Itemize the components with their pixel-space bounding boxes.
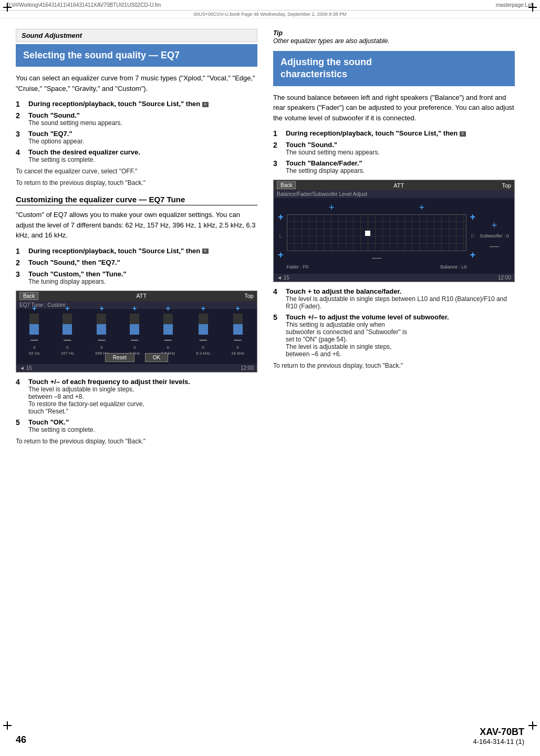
eq-plus-63khz[interactable]: + xyxy=(201,304,205,313)
step-2: 2 Touch "Sound." The sound setting menu … xyxy=(16,111,257,127)
balance-label-row: Balance/Fader/Subwoofer Level Adjust xyxy=(274,190,514,198)
eq-plus-25khz[interactable]: + xyxy=(166,304,170,313)
r-label: R xyxy=(471,233,474,239)
right-step-4-desc: The level is adjustable in single steps … xyxy=(286,295,515,310)
balance-grid xyxy=(287,214,467,251)
source-list-icon: ≡ xyxy=(202,102,209,107)
file-path: D:\##Working\416431411\416431411XAV70BTU… xyxy=(6,2,161,8)
eq-ok-button[interactable]: OK xyxy=(145,353,168,362)
tune-step-2: 2 Touch "Sound," then "EQ7." xyxy=(16,258,257,267)
eq-bar-157hz xyxy=(63,314,72,335)
right-step-4: 4 Touch + to adjust the balance/fader. T… xyxy=(273,287,515,310)
step-4-desc: The setting is complete. xyxy=(28,156,257,163)
eq-minus-1khz[interactable]: — xyxy=(131,336,138,344)
eq-band-396hz: + — 0 396 Hz xyxy=(95,304,108,356)
balance-status-bar: ◄ 15 12:00 xyxy=(274,274,514,282)
back-note-1: To return to the previous display, touch… xyxy=(16,179,257,187)
eq-top-bar: Back ATT Top xyxy=(16,291,257,301)
eq-bar-1khz xyxy=(130,314,139,335)
eq-plus-396hz[interactable]: + xyxy=(99,304,103,313)
tune-step-5-title: Touch "OK." xyxy=(28,418,257,426)
step-2-desc: The sound setting menu appears. xyxy=(28,119,257,127)
balance-status-right: 12:00 xyxy=(498,275,511,281)
eq-minus-396hz[interactable]: — xyxy=(98,336,105,344)
eq-band-25khz: + — 0 2.5 kHz xyxy=(161,304,175,356)
model-code: 4-164-314-11 (1) xyxy=(473,738,524,745)
reg-mark-tr xyxy=(528,3,537,12)
eq-bars-area: + — 0 62 Hz + — xyxy=(16,309,257,351)
step-4: 4 Touch the desired equalizer curve. The… xyxy=(16,148,257,163)
eq-att-label: ATT xyxy=(136,293,147,299)
eq-bar-25khz xyxy=(163,314,173,335)
balance-left-plus2[interactable]: + xyxy=(278,250,284,261)
balance-bottom-minus[interactable]: — xyxy=(372,252,381,263)
balance-grid-wrapper: + L + + + xyxy=(274,198,514,274)
balance-top-plus[interactable]: + xyxy=(329,202,335,213)
reg-mark-br xyxy=(528,721,537,730)
left-column: Sound Adjustment Selecting the sound qua… xyxy=(16,29,257,445)
step-3-desc: The options appear. xyxy=(28,138,257,145)
tune-back-note: To return to the previous display, touch… xyxy=(16,438,257,445)
balance-att-label: ATT xyxy=(393,182,404,189)
balance-top-plus2[interactable]: + xyxy=(419,202,424,213)
balance-right-plus[interactable]: + xyxy=(470,212,475,223)
subsection-intro: "Custom" of EQ7 allows you to make your … xyxy=(16,210,257,241)
tip-text: Other equalizer types are also adjustabl… xyxy=(273,37,389,45)
eq-band-1khz: + — 0 1 kHz xyxy=(129,304,140,356)
eq-plus-1khz[interactable]: + xyxy=(132,304,137,313)
tune-step-2-title: Touch "Sound," then "EQ7." xyxy=(28,258,257,266)
eq-back-button[interactable]: Back xyxy=(19,292,38,300)
right-step-2-desc: The sound setting menu appears. xyxy=(286,149,515,156)
eq-reset-button[interactable]: Reset xyxy=(105,353,134,362)
balance-top-label: Top xyxy=(502,182,511,189)
tune-step-4-title: Touch +/– of each frequency to adjust th… xyxy=(28,378,257,386)
eq-band-157hz: + — 0 157 Hz xyxy=(61,304,74,356)
eq-top-label: Top xyxy=(244,293,254,299)
header-bar: D:\##Working\416431411\416431411XAV70BTU… xyxy=(0,0,540,11)
tune-step-4-desc: The level is adjustable in single steps,… xyxy=(28,386,257,415)
eq-status-bar: ◄ 15 12:00 xyxy=(16,364,257,372)
eq-plus-16khz[interactable]: + xyxy=(235,304,240,313)
subwoofer-minus[interactable]: — xyxy=(490,241,499,252)
eq-bar-396hz xyxy=(97,314,106,335)
eq-minus-63khz[interactable]: — xyxy=(200,336,207,344)
eq-plus-157hz[interactable]: + xyxy=(65,304,69,313)
right-step-3-desc: The setting display appears. xyxy=(286,167,515,174)
source-icon-right: ≡ xyxy=(460,131,466,137)
step-1: 1 During reception/playback, touch "Sour… xyxy=(16,100,257,108)
eq-bar-16khz xyxy=(233,314,243,335)
eq-minus-157hz[interactable]: — xyxy=(64,336,71,344)
subwoofer-plus[interactable]: + xyxy=(492,220,497,231)
right-step-5-desc: This setting is adjustable only whensubw… xyxy=(286,321,515,358)
cancel-note: To cancel the equalizer curve, select "O… xyxy=(16,168,257,175)
eq-minus-62hz[interactable]: — xyxy=(30,336,38,344)
right-step-4-title: Touch + to adjust the balance/fader. xyxy=(286,287,515,295)
eq-bar-62hz xyxy=(29,314,39,335)
balance-label-val: Balance : L0 xyxy=(440,264,466,270)
right-column: Tip Other equalizer types are also adjus… xyxy=(273,29,515,445)
right-step-3: 3 Touch "Balance/Fader." The setting dis… xyxy=(273,159,515,174)
eq-minus-16khz[interactable]: — xyxy=(234,336,242,344)
main-content: Sound Adjustment Selecting the sound qua… xyxy=(0,18,540,455)
right-step-5-title: Touch +/– to adjust the volume level of … xyxy=(286,313,515,321)
balance-back-button[interactable]: Back xyxy=(277,181,296,189)
tune-step-1-title: During reception/playback, touch "Source… xyxy=(28,247,200,255)
balance-left-plus[interactable]: + xyxy=(278,212,284,223)
right-step-2-title: Touch "Sound." xyxy=(286,141,515,149)
subsection-heading: Customizing the equalizer curve — EQ7 Tu… xyxy=(16,195,257,205)
step-3-title: Touch "EQ7." xyxy=(28,130,257,138)
balance-right-plus2[interactable]: + xyxy=(470,250,475,261)
tip-label: Tip xyxy=(273,29,283,37)
eq-bar-63khz xyxy=(199,314,208,335)
eq-minus-25khz[interactable]: — xyxy=(164,336,172,344)
tune-step-4: 4 Touch +/– of each frequency to adjust … xyxy=(16,378,257,415)
eq-tuner-display: Back ATT Top EQ7 Tune : Custom + — 0 62 … xyxy=(16,291,257,372)
selecting-header: Selecting the sound quality — EQ7 xyxy=(16,44,257,67)
reg-mark-bl xyxy=(3,721,12,730)
eq-plus-62hz[interactable]: + xyxy=(32,304,36,313)
tune-step-5-desc: The setting is complete. xyxy=(28,426,257,433)
right-step-1: 1 During reception/playback, touch "Sour… xyxy=(273,129,515,138)
step-1-title: During reception/playback, touch "Source… xyxy=(28,100,200,108)
book-ref: 00US+00COV-U.book Page 46 Wednesday, Sep… xyxy=(0,11,540,18)
page-footer: 46 XAV-70BT 4-164-314-11 (1) xyxy=(16,727,524,745)
